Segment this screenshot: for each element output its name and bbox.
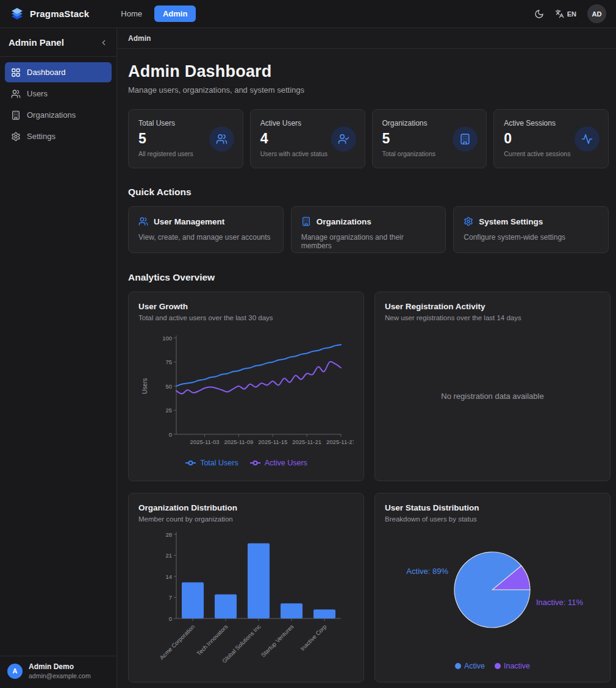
pie-chart-legend: ActiveInactive (455, 662, 530, 670)
quick-action-title: Organizations (317, 217, 371, 226)
quick-action-title: System Settings (479, 217, 543, 226)
quick-action-description: View, create, and manage user accounts (138, 233, 273, 242)
chevron-left-icon (99, 38, 108, 47)
sidebar-item-organizations[interactable]: Organizations (5, 105, 112, 125)
user-status-pie-chart: Active: 89%Inactive: 11% (385, 523, 600, 661)
page-title: Admin Dashboard (128, 62, 609, 81)
brand[interactable]: PragmaStack (10, 7, 89, 21)
chart-subtitle: Total and active users over the last 30 … (138, 314, 354, 321)
legend-item[interactable]: Total Users (185, 459, 238, 467)
svg-text:Users: Users (141, 378, 148, 394)
quick-action-user-management[interactable]: User Management View, create, and manage… (128, 206, 284, 253)
user-name: Admin Demo (29, 662, 91, 671)
gear-icon (11, 132, 21, 142)
user-status-distribution-card: User Status Distribution Breakdown of us… (374, 493, 611, 683)
user-growth-chart-card: User Growth Total and active users over … (128, 292, 364, 481)
legend-item[interactable]: Inactive (495, 662, 530, 670)
user-avatar-small: A (7, 664, 23, 679)
svg-text:100: 100 (162, 335, 172, 342)
chart-title: Organization Distribution (138, 503, 354, 512)
sidebar-item-settings[interactable]: Settings (5, 126, 112, 146)
quick-actions-grid: User Management View, create, and manage… (128, 206, 609, 253)
quick-action-title: User Management (154, 217, 224, 226)
users-icon (209, 126, 234, 151)
stat-card-active-sessions[interactable]: Active Sessions 0 Current active session… (493, 109, 609, 168)
svg-text:14: 14 (165, 573, 172, 580)
registration-activity-card: User Registration Activity New user regi… (374, 292, 611, 481)
svg-text:50: 50 (165, 383, 172, 390)
analytics-heading: Analytics Overview (128, 272, 609, 283)
svg-text:0: 0 (169, 431, 172, 438)
nav-link-home[interactable]: Home (115, 5, 148, 22)
organization-distribution-card: Organization Distribution Member count b… (128, 493, 364, 683)
quick-action-description: Configure system-wide settings (464, 233, 598, 242)
chart-title: User Growth (138, 302, 354, 311)
user-check-icon (331, 126, 356, 151)
breadcrumb-bar: Admin (117, 28, 616, 49)
legend-dot-icon (455, 663, 461, 669)
main-content: Admin Admin Dashboard Manage users, orga… (117, 28, 616, 688)
gear-icon (464, 217, 473, 226)
svg-text:75: 75 (165, 359, 172, 365)
svg-text:Tech Innovators: Tech Innovators (195, 623, 229, 656)
empty-state-message: No registration data available (441, 392, 543, 401)
chart-title: User Status Distribution (385, 503, 600, 512)
languages-icon (555, 9, 564, 18)
navbar-right: EN AD (534, 4, 606, 23)
sidebar-item-label: Settings (27, 132, 56, 141)
sidebar-user-card[interactable]: A Admin Demo admin@example.com (0, 656, 116, 688)
sidebar-item-users[interactable]: Users (5, 84, 112, 104)
user-avatar[interactable]: AD (587, 4, 606, 23)
chart-title: User Registration Activity (385, 302, 600, 311)
svg-text:Inactive Corp: Inactive Corp (299, 623, 328, 652)
svg-text:Startup Ventures: Startup Ventures (260, 623, 295, 658)
quick-actions-heading: Quick Actions (128, 187, 609, 198)
svg-text:Inactive: 11%: Inactive: 11% (536, 598, 584, 607)
stat-description: Users with active status (260, 150, 355, 157)
sidebar-title: Admin Panel (9, 37, 64, 48)
sidebar-item-label: Organizations (27, 110, 76, 120)
page-subtitle: Manage users, organizations, and system … (128, 85, 609, 95)
stat-description: Current active sessions (504, 150, 598, 157)
stat-card-organizations[interactable]: Organizations 5 Total organizations (372, 109, 487, 168)
quick-action-system-settings[interactable]: System Settings Configure system-wide se… (453, 206, 609, 253)
charts-grid: User Growth Total and active users over … (128, 292, 609, 683)
legend-item[interactable]: Active Users (249, 459, 307, 467)
building-icon (301, 217, 311, 226)
legend-item[interactable]: Active (455, 662, 485, 670)
breadcrumb[interactable]: Admin (128, 34, 151, 43)
brand-name: PragmaStack (30, 9, 89, 19)
language-label: EN (567, 10, 576, 18)
sidebar-header: Admin Panel (0, 28, 116, 57)
users-icon (138, 217, 148, 226)
main-nav: Home Admin (115, 5, 196, 22)
legend-label: Total Users (200, 459, 238, 467)
svg-text:2025-11-03: 2025-11-03 (190, 439, 220, 445)
moon-icon (534, 9, 544, 19)
quick-action-organizations[interactable]: Organizations Manage organizations and t… (291, 206, 446, 253)
language-switcher[interactable]: EN (555, 9, 576, 18)
quick-action-description: Manage organizations and their members (301, 233, 436, 250)
svg-text:7: 7 (169, 594, 172, 601)
svg-text:Acme Corporation: Acme Corporation (158, 623, 196, 661)
users-icon (11, 89, 21, 99)
sidebar-item-dashboard[interactable]: Dashboard (5, 62, 112, 82)
svg-text:25: 25 (165, 407, 172, 414)
legend-marker-icon (185, 460, 196, 466)
dashboard-grid-icon (11, 68, 21, 77)
sidebar-nav: Dashboard Users Organizations Settings (0, 57, 116, 152)
top-navbar: PragmaStack Home Admin EN AD (0, 0, 616, 28)
layers-logo-icon (10, 7, 24, 21)
stat-card-active-users[interactable]: Active Users 4 Users with active status (250, 109, 365, 168)
dark-mode-toggle[interactable] (534, 9, 544, 19)
stat-card-total-users[interactable]: Total Users 5 All registered users (128, 109, 243, 168)
svg-text:2025-11-21: 2025-11-21 (292, 439, 321, 445)
nav-link-admin[interactable]: Admin (154, 5, 196, 22)
organization-bar-chart: 07142128Acme CorporationTech InnovatorsG… (138, 526, 354, 672)
svg-text:28: 28 (165, 531, 172, 538)
chart-subtitle: Breakdown of users by status (385, 515, 600, 523)
line-chart-legend: Total UsersActive Users (185, 459, 307, 467)
sidebar-collapse-button[interactable] (99, 38, 108, 47)
building-icon (11, 110, 21, 120)
legend-marker-icon (249, 460, 261, 466)
